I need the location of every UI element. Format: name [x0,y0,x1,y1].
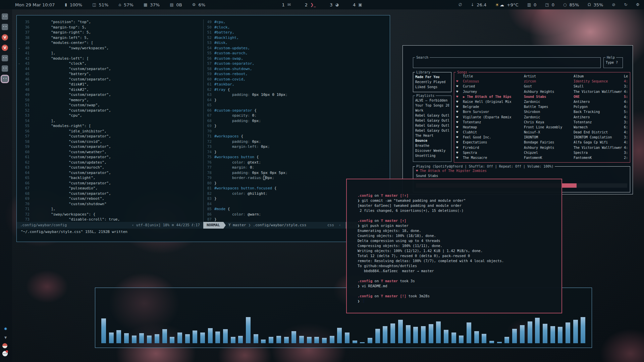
shutdown-module[interactable]: Φ [636,2,639,7]
song-row[interactable]: ♥BelgradeBattle TapesPolygon4:53 [454,104,630,109]
editor-line[interactable]: 49 "custom/separator", [17,92,203,98]
editor-line[interactable]: 56#custom-swap, [205,56,390,61]
editor-line[interactable]: 58#custom-shutdown, [205,66,390,72]
editor-line[interactable]: 63 "custom/auroch", [17,165,203,170]
editor-line[interactable]: 45 "battery", [17,71,203,77]
playlist-item[interactable]: Rebel Galaxy Outlaw [415,123,449,128]
terminal-app-icon[interactable] [2,24,8,30]
playlist-item[interactable]: Work [415,108,449,113]
editor-line[interactable]: 51 "custom/swap", [17,103,203,108]
editor-line[interactable]: -43 "clock", [17,61,203,66]
mic-muted-module[interactable]: ⊘ [612,2,615,7]
dropdown-arrow-icon[interactable]: ▼ [2,334,9,341]
editor-line[interactable]: 53#disk, [205,40,390,46]
editor-line[interactable]: 56 "idle_inhibitor", [17,129,203,134]
editor-line[interactable]: 57#custom-separator, [205,61,390,66]
song-row[interactable]: ♥ColossuszirconIdentity Sequence4:29 [454,79,630,84]
song-row[interactable]: ♥The MassacreFantomenKFantomenK2:51 [454,155,630,160]
playlist-item[interactable]: Bounce [415,138,449,143]
library-item[interactable]: Liked Songs [415,84,449,89]
song-row[interactable]: ♥CursedGostSkull3:33 [454,84,630,89]
song-row[interactable]: ♥FirebirdAshbury HeightsThe Victorian Wa… [454,145,630,150]
editor-line[interactable]: 55#custom-auroch, [205,51,390,56]
editor-line[interactable]: 57 "custom/separator", [17,134,203,139]
editor-line[interactable]: 60#custom-covid, [205,77,390,82]
editor-line[interactable]: 71 ], [17,206,203,212]
editor-line[interactable]: 62 "custom/updates", [17,160,203,165]
idle-inhibitor-module[interactable]: ∅ [459,2,462,7]
editor-line[interactable]: 67 "pulseaudio", [17,186,203,191]
editor-line[interactable]: 41 ], [17,51,203,56]
editor-line[interactable]: 59#custom-reboot, [205,71,390,77]
editor-line[interactable]: 61#taskbar, [205,82,390,87]
terminal-app-icon[interactable] [2,13,8,20]
editor-pane-config[interactable]: 35 "position": "top", 36 "margin-top": 5… [17,19,203,222]
playlist-item[interactable]: Rebel Galaxy Outlaw [415,118,449,123]
editor-line[interactable]: 52#backlight, [205,35,390,41]
editor-line[interactable]: 65 "backlight", [17,175,203,181]
editor-line[interactable]: 62#tray { [205,87,390,93]
music-player-window[interactable]: Search Help Type ? Library Made For YouR… [402,45,633,194]
song-row[interactable]: ♥Vigilante (Esparta RemixZardonicAntiher… [454,115,630,120]
playlist-item[interactable]: Unsettling [415,153,449,158]
editor-line[interactable]: 66 "custom/separator", [17,181,203,186]
editor-line[interactable]: 54 ], [17,118,203,124]
terminal-app-icon[interactable] [2,55,8,61]
editor-line[interactable]: 59 "custom/separator", [17,144,203,149]
editor-line[interactable]: 53 "cpu", [17,113,203,118]
editor-window[interactable]: 35 "position": "top", 36 "margin-top": 5… [16,15,390,242]
v-app-icon[interactable]: V [2,34,8,41]
v-app-icon[interactable]: V [2,45,8,51]
song-row[interactable]: ♥Raise Hell (Original MixZardonicAntiher… [454,99,630,104]
playlist-item[interactable]: Discover Weekly [415,148,449,153]
editor-line[interactable]: 75#workspaces button { [205,155,390,160]
playlist-item[interactable]: Your Top Songs 2019 [415,103,449,108]
volume-module[interactable]: Ω35% [588,2,603,7]
playlist-item[interactable]: Rebel Galaxy Outlaw [415,128,449,133]
editor-line[interactable]: 47 "disk#1", [17,82,203,87]
song-row[interactable]: ♥ClubhitNoisuf-XDead End District4:13 [454,130,630,135]
library-item[interactable]: Recently Played [415,79,449,84]
editor-line[interactable]: 54#custom-updates, [205,46,390,51]
song-row[interactable]: ♥Feel Good Inc.IRONTOMIRONTOM Compilatio… [454,135,630,140]
workspace-button-1[interactable]: 1✉ [282,2,290,7]
reboot-module[interactable]: ↻ [624,2,627,7]
editor-line[interactable]: 78 padding: 0px 5px 0px 5px; [205,170,390,176]
editor-line[interactable]: 72 padding: 0px; [205,139,390,144]
editor-line[interactable]: 55 "modules-right": [ [17,123,203,129]
editor-line[interactable]: 50#clock, [205,25,390,30]
editor-line[interactable]: 38 "margin-left": 5, [17,35,203,41]
song-row[interactable]: ♥HeatmapFront Line AssemblyWarmech6:21 [454,125,630,130]
editor-line[interactable]: 35 "position": "top", [17,19,203,25]
terminal-window[interactable]: .config on ϒ master [!↑]❯ git commit -am… [346,179,562,313]
editor-line[interactable]: 70 [205,129,390,134]
editor-line[interactable]: 67 opacity: 0; [205,113,390,118]
song-row[interactable]: ♥TotentanzChris KeyaTotentanz3:42 [454,120,630,125]
song-row[interactable]: ♥ExpectationsBondage FairiesAlfa Gaga Cp… [454,140,630,145]
editor-line[interactable]: 63 padding: 0px 10px 0 10px; [205,92,390,98]
editor-line[interactable]: 49#cpu, [205,19,390,25]
workspace-button-3[interactable]: 3◕ [330,2,339,7]
editor-line[interactable]: -40 "sway/workspaces", [17,46,203,51]
workspace-button-4[interactable]: 4▣ [353,2,362,7]
editor-line[interactable]: 69} [205,123,390,129]
paint-splash-icon[interactable]: ✺ [2,325,9,331]
editor-line[interactable]: 50 "memory", [17,98,203,103]
editor-line[interactable]: 39 "modules-center": [ [17,40,203,46]
song-row[interactable]: ♥Born SurvivorShirobonBack Tracking5:02 [454,109,630,114]
playlist-item[interactable]: Rebel Galaxy Outlaw [415,113,449,118]
playlist-item[interactable]: The Heart [415,133,449,138]
search-input[interactable]: Search [413,57,601,68]
editor-line[interactable]: 48 "disk#2", [17,87,203,93]
editor-line[interactable]: 66#custom-separator { [205,108,390,113]
song-row[interactable]: ♥▶ The Attack of The HipsSound StabsONE5… [454,94,630,99]
editor-line[interactable]: 73 "disable-scroll": true, [17,217,203,222]
editor-line[interactable]: 36 "margin-top": 5, [17,25,203,30]
editor-line[interactable]: 60 "custom/weather", [17,149,203,155]
editor-line[interactable]: 64} [205,98,390,103]
editor-line[interactable]: 52 "custom/separator", [17,108,203,113]
editor-line[interactable]: 51#battery, [205,30,390,35]
editor-line[interactable]: 64 "custom/separator", [17,170,203,176]
playlist-item[interactable]: Breathe [415,143,449,148]
workspace-button-2[interactable]: 2❯_ [305,2,316,7]
